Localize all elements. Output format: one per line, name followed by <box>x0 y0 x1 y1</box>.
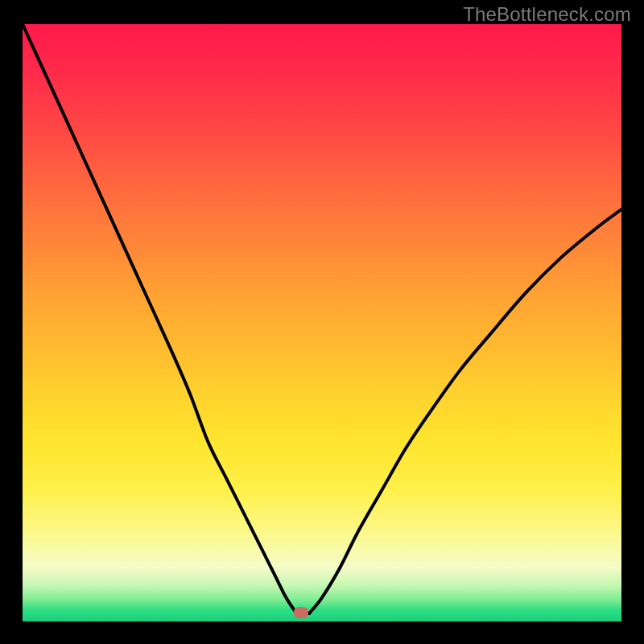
plot-area <box>23 24 621 621</box>
optimum-marker <box>294 607 308 618</box>
bottleneck-curve <box>23 24 621 621</box>
watermark-text: TheBottleneck.com <box>463 3 631 26</box>
chart-stage: TheBottleneck.com <box>0 0 644 644</box>
